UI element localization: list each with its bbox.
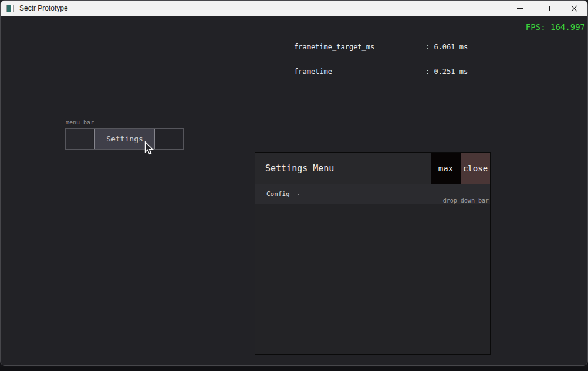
titlebar: Sectr Prototype xyxy=(1,1,587,16)
settings-close-button[interactable]: close xyxy=(461,153,490,184)
settings-window: Settings Menu max close Config drop_down… xyxy=(255,152,491,355)
minimize-icon xyxy=(517,8,523,9)
app-client-area: FPS: 164.997 frametime_target_ms : 6.061… xyxy=(1,16,587,365)
desktop-backdrop-bottom xyxy=(0,367,588,371)
minimize-button[interactable] xyxy=(506,1,533,16)
menu-bar-label: menu_bar xyxy=(66,119,94,126)
settings-window-title: Settings Menu xyxy=(265,163,334,174)
app-icon xyxy=(6,5,14,12)
menu-bar-cell[interactable] xyxy=(77,129,93,149)
dropdown-caret-icon xyxy=(298,194,299,195)
close-button[interactable] xyxy=(560,1,587,16)
window-title: Sectr Prototype xyxy=(19,4,68,12)
menu-bar-cell[interactable] xyxy=(66,129,77,149)
config-label: Config xyxy=(266,190,290,198)
close-icon xyxy=(571,5,577,12)
app-window: Sectr Prototype FPS: 164.997 frametime_t… xyxy=(0,0,588,366)
debug-overlay: frametime_target_ms : 6.061 ms frametime… xyxy=(294,26,587,86)
screen: Sectr Prototype FPS: 164.997 frametime_t… xyxy=(0,0,588,371)
settings-window-header[interactable]: Settings Menu max close xyxy=(255,153,490,184)
settings-window-body xyxy=(255,204,490,354)
debug-line: frametime_target_ms : 6.061 ms xyxy=(294,43,587,51)
maximize-icon xyxy=(545,6,550,11)
maximize-button[interactable] xyxy=(533,1,560,16)
menu-bar: Settings xyxy=(65,128,184,150)
debug-line: frametime : 0.251 ms xyxy=(294,68,587,76)
config-dropdown-row[interactable]: Config drop_down_bar xyxy=(255,184,490,204)
drop-down-bar-label: drop_down_bar xyxy=(443,197,489,204)
settings-menu-button[interactable]: Settings xyxy=(94,129,155,149)
settings-max-button[interactable]: max xyxy=(431,153,461,184)
